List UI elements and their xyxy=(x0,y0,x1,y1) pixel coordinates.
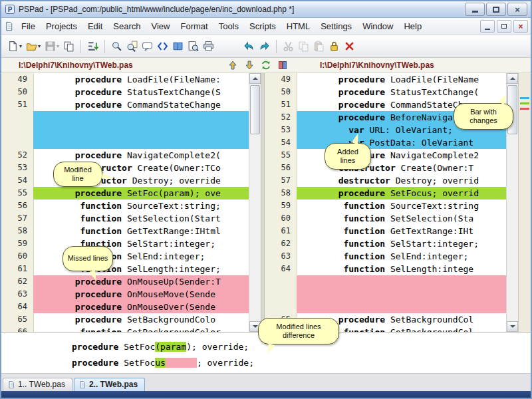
file-tab-2[interactable]: 2.. TWeb.pas xyxy=(74,378,145,391)
changes-bar[interactable] xyxy=(518,73,531,332)
left-code-line-53: 53 constructor Create(Owner:TCo xyxy=(1,162,249,174)
menu-item-tools[interactable]: Tools xyxy=(213,19,244,34)
maximize-button[interactable] xyxy=(486,3,506,16)
copy-file-button[interactable] xyxy=(62,39,76,55)
preview-button[interactable] xyxy=(186,39,200,55)
code-text[interactable]: function SelEnd:integer; xyxy=(297,250,506,263)
menu-item-format[interactable]: Format xyxy=(175,19,213,34)
code-text[interactable]: procedure CommandStateChange xyxy=(33,98,249,111)
menu-item-window[interactable]: Window xyxy=(357,19,398,34)
cut-icon xyxy=(283,41,294,52)
print-button[interactable] xyxy=(201,39,215,55)
code-text[interactable]: function SourceText:string; xyxy=(33,200,249,212)
sort-button[interactable] xyxy=(86,39,100,55)
menu-item-html[interactable]: HTML xyxy=(281,19,315,34)
compare-header: I:\Delphi7\Knihovny\TWeb.pas I:\Delphi7\… xyxy=(1,58,531,73)
code-text[interactable] xyxy=(297,275,506,313)
code-text[interactable]: procedure StatusTextChange(S xyxy=(33,86,249,98)
change-mark xyxy=(520,108,529,110)
scroll-up-icon[interactable] xyxy=(249,73,261,84)
titlebar[interactable]: P PSPad - [PSPad_com:/public_html/www/in… xyxy=(1,1,531,18)
code-text[interactable]: procedure OnMouseUp(Sender:T xyxy=(33,275,249,288)
code-text[interactable]: function GetBackgroundColor xyxy=(33,326,249,332)
line-number: 62 xyxy=(1,275,33,288)
code-text[interactable]: procedure SetFocus; overrid xyxy=(297,187,506,200)
cut-button[interactable] xyxy=(281,39,295,55)
dropdown-caret-icon[interactable]: ▾ xyxy=(19,43,22,49)
line-number: 58 xyxy=(265,187,297,200)
recompare-button[interactable] xyxy=(261,60,271,70)
undo-button[interactable] xyxy=(242,39,256,55)
code-explorer-button[interactable] xyxy=(171,39,185,55)
menu-item-projects[interactable]: Projects xyxy=(41,19,82,34)
callout-text: Added lines xyxy=(329,148,366,165)
left-scroll-thumb[interactable] xyxy=(250,85,260,134)
code-text[interactable]: procedure StatusTextChange( xyxy=(297,86,506,98)
file-tab-1[interactable]: 1.. TWeb.pas xyxy=(3,378,72,391)
line-number: 53 xyxy=(1,162,33,174)
right-code-line-63: 63 function SelEnd:integer; xyxy=(265,250,506,263)
scroll-up-icon[interactable] xyxy=(507,73,518,84)
mdi-restore-button[interactable] xyxy=(497,20,511,33)
menu-item-file[interactable]: File xyxy=(16,19,41,34)
code-text[interactable]: procedure OnMouseOver(Sende xyxy=(33,301,249,313)
compare-settings-button[interactable] xyxy=(277,60,288,70)
left-code-area[interactable]: 49 procedure LoadFile(FileName:50 proced… xyxy=(1,73,249,332)
menu-item-settings[interactable]: Settings xyxy=(315,19,357,34)
previous-difference-button[interactable] xyxy=(227,60,238,70)
menubar: FileProjectsEditSearchViewFormatToolsScr… xyxy=(1,18,531,35)
code-text[interactable]: function SetSelection(Start xyxy=(33,212,249,225)
menu-item-view[interactable]: View xyxy=(146,19,176,34)
code-text[interactable]: function SetSelection(Sta xyxy=(297,212,506,225)
code-text[interactable]: function SelStart:integer; xyxy=(297,237,506,250)
left-scroll-track[interactable] xyxy=(249,84,261,321)
open-file-button[interactable]: ▾ xyxy=(25,39,42,55)
code-text[interactable]: procedure OnMouseMove(Sende xyxy=(33,288,249,301)
delete-button[interactable] xyxy=(342,39,356,55)
search-button[interactable] xyxy=(110,39,124,55)
save-file-button[interactable]: ▾ xyxy=(43,39,61,55)
lock-button[interactable] xyxy=(327,39,341,55)
paste-button[interactable] xyxy=(312,39,326,55)
line-number: 65 xyxy=(1,313,33,326)
dropdown-caret-icon[interactable]: ▾ xyxy=(38,43,41,49)
menu-item-scripts[interactable]: Scripts xyxy=(244,19,281,34)
dropdown-caret-icon[interactable]: ▾ xyxy=(57,43,59,49)
code-text[interactable]: procedure NavigateComplete2( xyxy=(33,149,249,162)
code-text[interactable]: function GetTextRange:IHtml xyxy=(33,225,249,237)
mdi-window-controls: × xyxy=(478,20,528,33)
code-text[interactable]: procedure SetFoc(param); ove xyxy=(33,187,249,200)
code-text[interactable]: procedure LoadFile(FileName xyxy=(297,73,506,86)
left-file-path: I:\Delphi7\Knihovny\TWeb.pas xyxy=(1,61,227,70)
scroll-down-icon[interactable] xyxy=(507,321,518,332)
code-text[interactable]: function SourceText:string xyxy=(297,200,506,212)
search-replace-button[interactable] xyxy=(125,39,139,55)
html-tags-button[interactable] xyxy=(156,39,170,55)
new-file-button[interactable]: ▾ xyxy=(6,39,23,55)
text-diff-button[interactable] xyxy=(140,39,154,55)
change-mark xyxy=(520,102,529,104)
line-number: 50 xyxy=(1,86,33,98)
left-code-line-58: 58 function GetTextRange:IHtml xyxy=(1,225,249,237)
menu-item-edit[interactable]: Edit xyxy=(82,19,108,34)
close-button[interactable]: × xyxy=(507,3,527,16)
code-text[interactable]: function GetTextRange:IHt xyxy=(297,225,506,237)
code-text[interactable]: procedure LoadFile(FileName: xyxy=(33,73,249,86)
minimize-button[interactable] xyxy=(465,3,485,16)
left-scrollbar[interactable] xyxy=(249,73,261,332)
line-number: 57 xyxy=(265,174,297,187)
mdi-close-button[interactable]: × xyxy=(513,20,528,33)
code-text[interactable]: destructor Destroy; overrid xyxy=(297,174,506,187)
code-text[interactable] xyxy=(33,111,249,149)
next-difference-button[interactable] xyxy=(244,60,255,70)
redo-button[interactable] xyxy=(257,39,271,55)
menu-item-search[interactable]: Search xyxy=(108,19,146,34)
mdi-minimize-button[interactable] xyxy=(480,20,495,33)
change-mark xyxy=(520,97,529,99)
left-code-line-63: 63 procedure OnMouseMove(Sende xyxy=(1,288,249,301)
copy-button[interactable] xyxy=(297,39,311,55)
code-text[interactable]: function SelLength:intege xyxy=(297,263,506,275)
code-text[interactable]: procedure SetBackgroundColo xyxy=(33,313,249,326)
menu-item-help[interactable]: Help xyxy=(398,19,427,34)
diff-segment: ); override; xyxy=(186,342,249,352)
